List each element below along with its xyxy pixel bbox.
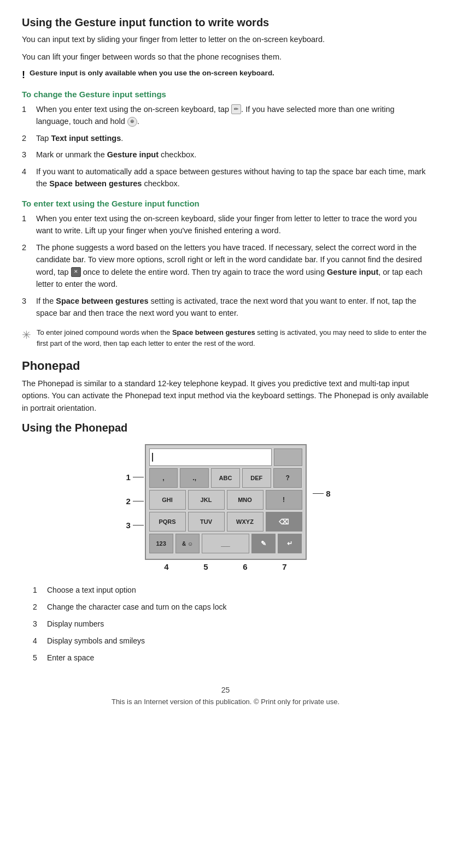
left-label-1: 1 xyxy=(126,465,144,489)
key-ghi[interactable]: GHI xyxy=(149,490,186,510)
ann-text-2: Change the character case and turn on th… xyxy=(47,601,226,613)
phonepad-diagram-wrapper: 1 2 3 8 xyxy=(22,444,429,571)
key-abc[interactable]: ABC xyxy=(211,468,240,488)
step-num-3: 3 xyxy=(22,149,31,161)
footer-note: This is an Internet version of this publ… xyxy=(22,698,429,706)
right-label-8-line xyxy=(313,493,324,494)
intro-paragraph-1: You can input text by sliding your finge… xyxy=(22,33,429,45)
step2-3-content: If the Space between gestures setting is… xyxy=(36,295,429,320)
col-label-4: 4 xyxy=(147,562,186,571)
ann-num-1: 1 xyxy=(33,584,42,596)
left-side-labels: 1 2 3 xyxy=(126,465,144,537)
keyboard-row-1: , ., ABC DEF ? xyxy=(149,468,302,488)
key-input[interactable]: ✎ xyxy=(251,534,276,553)
ann-num-5: 5 xyxy=(33,652,42,664)
left-label-3-text: 3 xyxy=(126,521,131,530)
step-2-1: 1 When you enter text using the on-scree… xyxy=(22,212,429,237)
annotation-3: 3 Display numbers xyxy=(33,618,429,630)
text-input-field[interactable] xyxy=(149,448,272,466)
step2-1-content: When you enter text using the on-screen … xyxy=(36,212,429,237)
step2-num-1: 1 xyxy=(22,212,31,237)
using-phonepad-title: Using the Phonepad xyxy=(22,422,429,434)
annotation-2: 2 Change the character case and turn on … xyxy=(33,601,429,613)
warning-text: Gesture input is only available when you… xyxy=(30,69,274,77)
keyboard-row-3: PQRS TUV WXYZ ⌫ xyxy=(149,512,302,532)
step-2-2: 2 The phone suggests a word based on the… xyxy=(22,241,429,291)
ann-text-1: Choose a text input option xyxy=(47,584,136,596)
key-123[interactable]: 123 xyxy=(149,534,173,553)
key-wxyz[interactable]: WXYZ xyxy=(227,512,263,532)
keyboard-row-4: 123 & ☺ ___ ✎ ↵ xyxy=(149,534,302,553)
tip-text: To enter joined compound words when the … xyxy=(37,327,429,349)
phonepad-top-row xyxy=(149,448,302,466)
left-label-1-line xyxy=(133,477,144,477)
step2-2-content: The phone suggests a word based on the l… xyxy=(36,241,429,291)
keyboard-row-2: GHI JKL MNO ! xyxy=(149,490,302,510)
tip-icon: ✳ xyxy=(22,328,31,341)
key-space[interactable]: ___ xyxy=(202,534,249,553)
step-1-content: When you enter text using the on-screen … xyxy=(36,103,429,128)
step-2-3: 3 If the Space between gestures setting … xyxy=(22,295,429,320)
key-symbols[interactable]: & ☺ xyxy=(175,534,200,553)
col-label-6: 6 xyxy=(226,562,265,571)
step-num-1: 1 xyxy=(22,103,31,128)
step-4-content: If you want to automatically add a space… xyxy=(36,166,429,190)
ann-text-4: Display symbols and smileys xyxy=(47,635,145,647)
ann-num-4: 4 xyxy=(33,635,42,647)
step2-num-3: 3 xyxy=(22,295,31,320)
step-3-content: Mark or unmark the Gesture input checkbo… xyxy=(36,149,429,161)
key-enter[interactable]: ↵ xyxy=(278,534,302,553)
key-question[interactable]: ? xyxy=(273,468,302,488)
subsection2-title: To enter text using the Gesture input fu… xyxy=(22,199,429,208)
tip-box: ✳ To enter joined compound words when th… xyxy=(22,327,429,349)
text-cursor xyxy=(152,453,153,462)
intro-paragraph-2: You can lift your finger between words s… xyxy=(22,51,429,63)
warning-icon: ! xyxy=(22,69,25,81)
page-footer: 25 This is an Internet version of this p… xyxy=(22,680,429,706)
main-title: Using the Gesture input function to writ… xyxy=(22,16,429,29)
subsection1-steps: 1 When you enter text using the on-scree… xyxy=(22,103,429,190)
bottom-col-labels: 4 5 6 7 xyxy=(145,562,307,571)
backspace-button[interactable] xyxy=(274,448,302,466)
left-label-2: 2 xyxy=(126,489,144,513)
annotation-4: 4 Display symbols and smileys xyxy=(33,635,429,647)
left-label-2-text: 2 xyxy=(126,497,131,506)
ann-text-3: Display numbers xyxy=(47,618,104,630)
key-def[interactable]: DEF xyxy=(242,468,271,488)
step-2-content: Tap Text input settings. xyxy=(36,132,429,144)
globe-icon: ⊕ xyxy=(127,117,137,127)
delete-icon: ✕ xyxy=(71,267,81,277)
left-label-2-line xyxy=(133,501,144,501)
phonepad-intro: The Phonepad is similar to a standard 12… xyxy=(22,377,429,414)
left-label-3-line xyxy=(133,525,144,525)
ann-num-3: 3 xyxy=(33,618,42,630)
annotation-1: 1 Choose a text input option xyxy=(33,584,429,596)
phonepad-keyboard: , ., ABC DEF ? GHI JKL MNO ! PQRS TUV WX… xyxy=(145,444,307,560)
key-tuv[interactable]: TUV xyxy=(188,512,225,532)
key-period[interactable]: ., xyxy=(180,468,209,488)
step-1-4: 4 If you want to automatically add a spa… xyxy=(22,166,429,190)
step-num-4: 4 xyxy=(22,166,31,190)
step-1-3: 3 Mark or unmark the Gesture input check… xyxy=(22,149,429,161)
step-num-2: 2 xyxy=(22,132,31,144)
right-side-label-8: 8 xyxy=(313,489,330,498)
key-mno[interactable]: MNO xyxy=(227,490,263,510)
step2-num-2: 2 xyxy=(22,241,31,291)
step-1-1: 1 When you enter text using the on-scree… xyxy=(22,103,429,128)
annotation-5: 5 Enter a space xyxy=(33,652,429,664)
annotations-list: 1 Choose a text input option 2 Change th… xyxy=(33,584,429,664)
right-label-8-text: 8 xyxy=(326,489,330,498)
key-backspace[interactable]: ⌫ xyxy=(266,512,302,532)
key-jkl[interactable]: JKL xyxy=(188,490,225,510)
key-pqrs[interactable]: PQRS xyxy=(149,512,186,532)
key-comma[interactable]: , xyxy=(149,468,178,488)
ann-text-5: Enter a space xyxy=(47,652,94,664)
subsection1-title: To change the Gesture input settings xyxy=(22,90,429,99)
col-label-5: 5 xyxy=(186,562,226,571)
key-exclaim[interactable]: ! xyxy=(266,490,302,510)
ann-num-2: 2 xyxy=(33,601,42,613)
phonepad-diagram: 1 2 3 8 xyxy=(116,444,335,571)
phonepad-title: Phonepad xyxy=(22,359,429,373)
left-label-3: 3 xyxy=(126,513,144,537)
col-label-7: 7 xyxy=(265,562,304,571)
